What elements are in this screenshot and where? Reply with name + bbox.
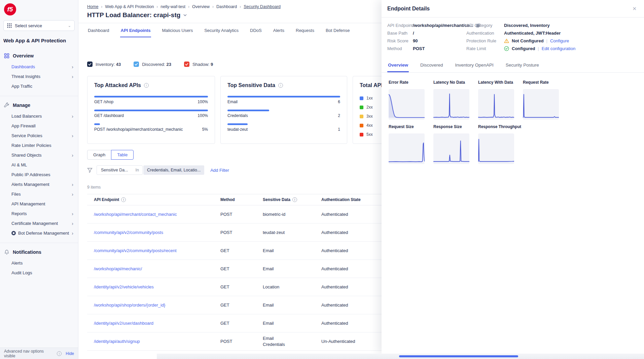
endpoint-link[interactable]: /identity/api/auth/signup: [87, 339, 220, 344]
sidebar-item-text: AI & ML: [11, 162, 27, 167]
tab-requests[interactable]: Requests: [295, 23, 315, 37]
sidebar-item-api-management[interactable]: API Management: [0, 199, 78, 209]
page-title: HTTP Load Balancer: crapi-stg: [87, 11, 180, 19]
info-icon[interactable]: i: [278, 83, 283, 88]
endpoint-link[interactable]: /identity/api/v2/user/dashboard: [87, 321, 220, 326]
sidebar-item-reports[interactable]: Reports›: [0, 209, 78, 218]
filter-field[interactable]: Sensitive Da...: [97, 168, 132, 172]
sidebar-item-app-traffic[interactable]: App Traffic: [0, 81, 78, 91]
col-api-endpoint: API Endpoint: [94, 197, 119, 202]
info-icon[interactable]: i: [121, 197, 126, 202]
checkbox-discovered[interactable]: Discovered: 23: [134, 62, 171, 67]
sidebar-item-alerts[interactable]: Alerts: [0, 258, 78, 268]
sidebar-item-app-firewall[interactable]: App Firewall: [0, 121, 78, 131]
f5-logo-icon[interactable]: f5: [4, 3, 16, 15]
select-service-dropdown[interactable]: Select service ⌄: [3, 20, 75, 31]
tab-malicious-users[interactable]: Malicious Users: [161, 23, 193, 37]
panel-tab-security-posture[interactable]: Security Posture: [505, 59, 540, 72]
chevron-right-icon: ›: [72, 192, 73, 197]
link-configure[interactable]: Configure: [550, 38, 569, 43]
bar-item-teudat-zeut: teudat-zeut1: [227, 123, 340, 132]
sidebar-section-notifications: NotificationsAlertsAudit Logs: [0, 243, 78, 279]
sidebar-item-ai-ml[interactable]: AI & ML: [0, 160, 78, 170]
filter-expression[interactable]: Sensitive Da... In: [97, 165, 143, 175]
breadcrumb-item-web-app-api-protection[interactable]: Web App & API Protection: [105, 4, 154, 9]
breadcrumb-item-home[interactable]: Home: [87, 4, 98, 9]
breadcrumb-item-nelly-waf-test[interactable]: nelly-waf-test: [160, 4, 185, 9]
panel-tab-discovered[interactable]: Discovered: [420, 59, 444, 72]
sensitive-data-value: Email: [263, 335, 321, 342]
sidebar-item-text: Dashboards: [11, 64, 35, 69]
endpoint-link[interactable]: /identity/api/v2/vehicle/vehicles: [87, 284, 220, 289]
panel-tab-overview[interactable]: Overview: [387, 59, 409, 72]
endpoint-link[interactable]: /workshop/api/shop/orders/{order_id}: [87, 303, 220, 308]
add-filter-link[interactable]: Add Filter: [210, 168, 229, 173]
table-toggle-button[interactable]: Table: [111, 150, 134, 160]
checkbox-checked-icon[interactable]: [87, 62, 93, 67]
sidebar-item-label: Dashboards: [11, 64, 72, 69]
tab-security-analytics[interactable]: Security Analytics: [204, 23, 239, 37]
filter-value-chip[interactable]: Credentials, Email, Locatio...: [143, 165, 204, 175]
sidebar-item-shared-objects[interactable]: Shared Objects›: [0, 150, 78, 160]
bar-label-row: teudat-zeut1: [227, 127, 340, 132]
sidebar-item-text: Files: [11, 192, 21, 197]
bar-track: [227, 96, 340, 97]
info-icon[interactable]: i: [144, 83, 149, 88]
sidebar-item-files[interactable]: Files›: [0, 189, 78, 199]
title-chevron-down-icon[interactable]: [183, 14, 187, 16]
close-icon[interactable]: ✕: [632, 6, 637, 12]
sidebar-item-rate-limiter-policies[interactable]: Rate Limiter Policies: [0, 141, 78, 150]
col-authentication-state: Authentication State: [321, 197, 361, 202]
hide-link[interactable]: Hide: [66, 351, 74, 356]
field-value-protection-rule: Not Configured|Configure: [504, 38, 637, 43]
checkbox-inventory[interactable]: Inventory: 43: [87, 62, 121, 67]
tab-api-endpoints[interactable]: API Endpoints: [120, 23, 151, 37]
sidebar-item-bot-defense-management[interactable]: Bot Defense Management›: [0, 228, 78, 238]
sidebar-section-header: Overview: [0, 52, 78, 60]
sidebar-item-label: App Traffic: [11, 84, 73, 89]
sidebar-item-service-policies[interactable]: Service Policies›: [0, 131, 78, 141]
breadcrumb-separator-icon: ›: [212, 4, 214, 9]
sidebar-item-public-ip-addresses[interactable]: Public IP Addresses: [0, 170, 78, 180]
bar-value: 1: [338, 127, 340, 132]
breadcrumb-item-dashboard[interactable]: Dashboard: [216, 4, 237, 9]
field-value-text: Configured: [512, 46, 535, 51]
breadcrumb-item-overview[interactable]: Overview: [192, 4, 210, 9]
scrollbar-thumb[interactable]: [399, 355, 518, 357]
checkbox-checked-icon[interactable]: [184, 62, 189, 67]
bar-fill: [227, 123, 248, 125]
info-icon[interactable]: i: [292, 197, 297, 202]
sidebar-item-certificate-management[interactable]: Certificate Management›: [0, 218, 78, 228]
legend-swatch: [360, 106, 363, 109]
legend-swatch: [360, 96, 363, 100]
horizontal-scrollbar[interactable]: [157, 354, 644, 359]
sidebar-item-dashboards[interactable]: Dashboards›: [0, 62, 78, 72]
bar-fill: [227, 110, 269, 111]
endpoint-link[interactable]: /workshop/api/mechanic/: [87, 266, 220, 271]
graph-toggle-button[interactable]: Graph: [87, 150, 111, 160]
tab-ddos[interactable]: DDoS: [249, 23, 262, 37]
breadcrumb-item-security-dashboard[interactable]: Security Dashboard: [244, 4, 281, 9]
checkbox-shadow[interactable]: Shadow: 9: [184, 62, 213, 67]
endpoint-link[interactable]: /workshop/api/merchant/contact_mechanic: [87, 212, 220, 217]
sidebar-item-load-balancers[interactable]: Load Balancers›: [0, 111, 78, 121]
sidebar-item-label: Alerts Management: [11, 182, 72, 187]
tab-bot-defense[interactable]: Bot Defense: [325, 23, 351, 37]
sidebar-item-threat-insights[interactable]: Threat Insights›: [0, 72, 78, 81]
legend-label: 1xx: [366, 96, 373, 101]
chart-response-throughput: Response Throughput: [478, 124, 514, 164]
sidebar-section-header: Notifications: [0, 248, 78, 256]
link-edit-configuration[interactable]: Edit configuration: [542, 46, 575, 51]
sidebar-item-audit-logs[interactable]: Audit Logs: [0, 268, 78, 278]
sidebar-item-alerts-management[interactable]: Alerts Management›: [0, 180, 78, 189]
divider: |: [546, 38, 547, 43]
endpoint-charts: Error RateLatency No DataLatency With Da…: [382, 73, 570, 164]
checkbox-checked-icon[interactable]: [134, 62, 139, 67]
endpoint-link[interactable]: /community/api/v2/community/posts: [87, 230, 220, 235]
tab-dashboard[interactable]: Dashboard: [87, 23, 110, 37]
sidebar-item-text: Rate Limiter Policies: [11, 143, 51, 148]
bar-label-row: POST /workshop/api/merchant/contact_mech…: [94, 127, 208, 132]
endpoint-link[interactable]: /community/api/v2/community/posts/recent: [87, 248, 220, 253]
tab-alerts[interactable]: Alerts: [273, 23, 285, 37]
panel-tab-inventory-openapi[interactable]: Inventory OpenAPI: [455, 59, 494, 72]
